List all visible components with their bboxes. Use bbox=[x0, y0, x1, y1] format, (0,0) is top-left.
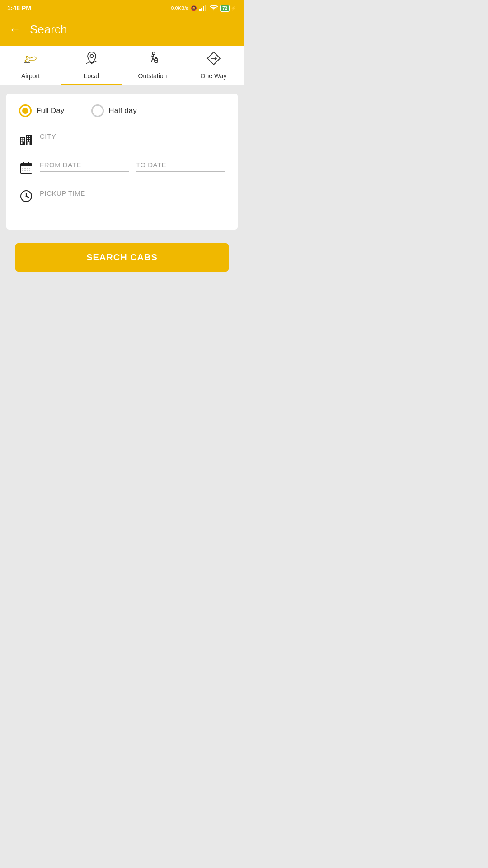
tab-outstation[interactable]: Outstation bbox=[122, 50, 183, 85]
svg-rect-16 bbox=[23, 140, 24, 142]
svg-rect-14 bbox=[23, 138, 24, 140]
from-date-wrap bbox=[40, 159, 129, 172]
svg-rect-34 bbox=[24, 170, 26, 171]
city-input-wrap bbox=[40, 131, 225, 143]
date-inputs bbox=[40, 159, 225, 172]
svg-rect-29 bbox=[22, 168, 23, 169]
tab-local[interactable]: Local bbox=[61, 50, 122, 85]
main-content: Full Day Half day bbox=[0, 85, 244, 280]
svg-rect-26 bbox=[21, 166, 32, 173]
search-button-wrap: SEARCH CABS bbox=[6, 243, 238, 272]
pickup-time-wrap bbox=[40, 188, 225, 200]
battery-indicator: 72 ⚡ bbox=[220, 5, 237, 12]
city-inputs bbox=[40, 131, 225, 143]
svg-rect-35 bbox=[27, 170, 28, 171]
svg-rect-15 bbox=[21, 140, 23, 142]
one-way-icon bbox=[206, 50, 222, 70]
svg-rect-13 bbox=[21, 138, 23, 140]
radio-half-day-circle[interactable] bbox=[91, 104, 104, 117]
app-header: ← Search bbox=[0, 16, 244, 46]
date-field-row bbox=[19, 159, 225, 178]
page-title: Search bbox=[30, 23, 67, 37]
city-field-row bbox=[19, 131, 225, 149]
radio-full-day-circle[interactable] bbox=[19, 104, 32, 117]
radio-half-day[interactable]: Half day bbox=[91, 104, 136, 117]
svg-rect-31 bbox=[27, 168, 28, 169]
status-time: 1:48 PM bbox=[7, 5, 31, 12]
wifi-icon bbox=[210, 5, 218, 12]
svg-rect-2 bbox=[203, 6, 204, 11]
radio-half-day-label: Half day bbox=[108, 106, 136, 115]
to-date-wrap bbox=[136, 159, 225, 172]
radio-full-day[interactable]: Full Day bbox=[19, 104, 64, 117]
city-icon bbox=[19, 132, 33, 149]
airport-icon bbox=[23, 50, 39, 70]
tab-airport-label: Airport bbox=[21, 72, 40, 80]
svg-rect-32 bbox=[29, 168, 30, 169]
tab-airport[interactable]: Airport bbox=[0, 50, 61, 85]
tab-local-label: Local bbox=[84, 72, 99, 80]
svg-point-40 bbox=[26, 196, 27, 197]
search-cabs-button[interactable]: SEARCH CABS bbox=[15, 243, 229, 272]
charging-icon: ⚡ bbox=[230, 5, 237, 11]
svg-rect-18 bbox=[27, 136, 28, 137]
tab-outstation-label: Outstation bbox=[138, 72, 167, 80]
radio-full-day-label: Full Day bbox=[36, 106, 64, 115]
form-card: Full Day Half day bbox=[6, 94, 238, 230]
status-icons: 0.0KB/s 🔕 72 ⚡ bbox=[171, 5, 237, 12]
svg-point-6 bbox=[90, 55, 93, 58]
svg-rect-1 bbox=[201, 8, 202, 11]
clock-icon bbox=[19, 189, 33, 206]
svg-rect-28 bbox=[28, 162, 29, 165]
svg-rect-36 bbox=[29, 170, 30, 171]
back-button[interactable]: ← bbox=[9, 23, 21, 37]
svg-point-4 bbox=[213, 9, 214, 10]
svg-rect-11 bbox=[20, 137, 25, 145]
svg-rect-21 bbox=[29, 138, 30, 140]
radio-group: Full Day Half day bbox=[19, 104, 225, 117]
pickup-inputs bbox=[40, 188, 225, 200]
svg-rect-30 bbox=[24, 168, 26, 169]
svg-rect-0 bbox=[199, 9, 201, 11]
outstation-icon bbox=[145, 50, 161, 70]
svg-rect-24 bbox=[28, 142, 30, 145]
svg-rect-3 bbox=[205, 5, 206, 11]
svg-point-7 bbox=[152, 52, 155, 55]
svg-rect-19 bbox=[29, 136, 30, 137]
svg-rect-17 bbox=[21, 142, 23, 144]
signal-icon bbox=[199, 5, 207, 12]
tab-one-way-label: One Way bbox=[201, 72, 227, 80]
svg-rect-22 bbox=[27, 140, 28, 142]
svg-rect-27 bbox=[23, 162, 24, 165]
pickup-field-row bbox=[19, 188, 225, 206]
local-icon bbox=[84, 50, 100, 70]
pickup-time-input[interactable] bbox=[40, 188, 225, 200]
alarm-off-icon: 🔕 bbox=[191, 5, 197, 11]
from-date-input[interactable] bbox=[40, 159, 129, 172]
tab-one-way[interactable]: One Way bbox=[183, 50, 244, 85]
svg-rect-23 bbox=[29, 140, 30, 142]
calendar-icon bbox=[19, 161, 33, 178]
status-bar: 1:48 PM 0.0KB/s 🔕 72 ⚡ bbox=[0, 0, 244, 16]
svg-rect-20 bbox=[27, 138, 28, 140]
city-input[interactable] bbox=[40, 131, 225, 143]
tab-bar: Airport Local bbox=[0, 46, 244, 85]
svg-rect-33 bbox=[22, 170, 23, 171]
to-date-input[interactable] bbox=[136, 159, 225, 172]
network-speed: 0.0KB/s bbox=[171, 5, 188, 11]
